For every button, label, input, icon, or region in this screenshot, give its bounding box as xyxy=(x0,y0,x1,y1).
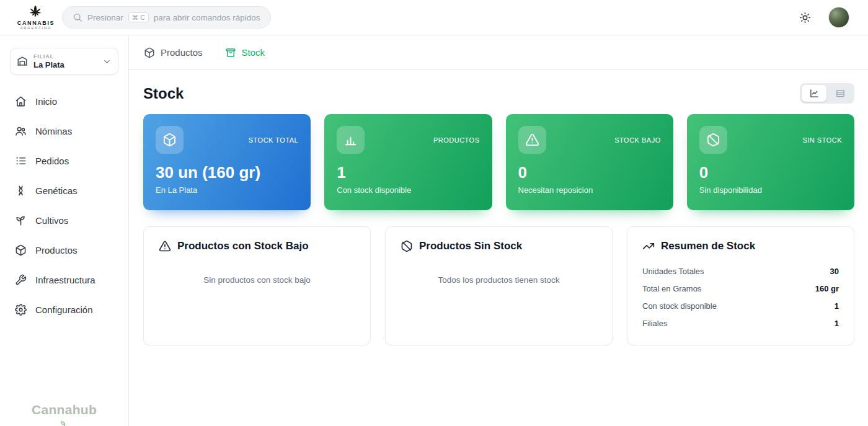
sidebar-item-label: Nóminas xyxy=(35,126,72,136)
sidebar-item-productos[interactable]: Productos xyxy=(10,235,118,265)
cannabis-leaf-icon xyxy=(29,5,43,20)
package-x-icon xyxy=(401,240,413,252)
stat-card-sin-stock: SIN STOCK 0 Sin disponibilidad xyxy=(687,114,854,210)
stat-card-stock-bajo: STOCK BAJO 0 Necesitan reposicion xyxy=(506,114,673,210)
users-icon xyxy=(15,125,27,137)
filial-selector[interactable]: FILIAL La Plata xyxy=(10,48,118,75)
home-icon xyxy=(15,95,27,107)
stat-value: 0 xyxy=(518,163,661,182)
summary-label: Total en Gramos xyxy=(642,284,701,293)
summary-label: Unidades Totales xyxy=(642,267,704,276)
stat-card-stock-total: STOCK TOTAL 30 un (160 gr) En La Plata xyxy=(143,114,311,210)
package-icon xyxy=(144,47,155,58)
panel-sin-stock: Productos Sin Stock Todos los productos … xyxy=(385,226,613,345)
search-suffix: para abrir comandos rápidos xyxy=(154,13,260,22)
sidebar-item-geneticas[interactable]: Genéticas xyxy=(10,175,118,205)
panel-title: Resumen de Stock xyxy=(661,240,755,252)
search-kbd: ⌘ C xyxy=(128,12,149,22)
alert-triangle-icon xyxy=(518,126,546,154)
package-icon xyxy=(156,126,184,154)
table-view-toggle[interactable] xyxy=(828,85,852,102)
stat-value: 0 xyxy=(699,163,842,182)
sidebar-item-label: Inicio xyxy=(35,96,57,107)
summary-value: 1 xyxy=(835,301,839,311)
sidebar-item-cultivos[interactable]: Cultivos xyxy=(10,205,118,235)
stat-subtitle: En La Plata xyxy=(156,185,298,195)
chart-view-toggle[interactable] xyxy=(802,85,826,102)
page-title: Stock xyxy=(143,85,184,102)
empty-state-message: Sin productos con stock bajo xyxy=(159,275,355,285)
tab-stock[interactable]: Stock xyxy=(225,47,265,58)
sidebar-item-inicio[interactable]: Inicio xyxy=(10,86,118,116)
panel-stock-bajo: Productos con Stock Bajo Sin productos c… xyxy=(143,226,371,345)
summary-value: 160 gr xyxy=(815,284,839,293)
filial-label: FILIAL xyxy=(33,53,64,60)
topbar: CANNABIS ARGENTINO Presionar ⌘ C para ab… xyxy=(0,0,868,35)
tab-label: Stock xyxy=(242,47,265,58)
logo-title: CANNABIS xyxy=(17,20,55,27)
sidebar-item-label: Configuración xyxy=(35,304,93,315)
summary-row: Total en Gramos 160 gr xyxy=(642,280,839,297)
stat-subtitle: Necesitan reposicion xyxy=(518,185,661,195)
search-prefix: Presionar xyxy=(87,13,123,22)
stat-card-productos: PRODUCTOS 1 Con stock disponible xyxy=(324,114,492,210)
topbar-actions xyxy=(799,7,849,28)
summary-rows: Unidades Totales 30 Total en Gramos 160 … xyxy=(642,262,839,332)
chevron-down-icon xyxy=(102,57,112,66)
command-search[interactable]: Presionar ⌘ C para abrir comandos rápido… xyxy=(62,6,271,29)
stat-label: STOCK BAJO xyxy=(614,136,660,144)
panel-resumen-stock: Resumen de Stock Unidades Totales 30 Tot… xyxy=(627,226,854,345)
summary-label: Filiales xyxy=(642,319,667,328)
package-icon xyxy=(15,244,27,256)
detail-panels: Productos con Stock Bajo Sin productos c… xyxy=(143,226,854,345)
tab-productos[interactable]: Productos xyxy=(144,47,203,58)
sidebar-item-infraestructura[interactable]: Infraestructura xyxy=(10,265,118,295)
building-icon xyxy=(17,56,28,67)
breadcrumb: Productos Stock xyxy=(129,35,868,70)
stat-label: PRODUCTOS xyxy=(433,136,480,144)
sidebar-item-pedidos[interactable]: Pedidos xyxy=(10,146,118,175)
sidebar: FILIAL La Plata Inicio Nóminas Pedidos xyxy=(0,35,129,426)
summary-value: 1 xyxy=(835,319,839,328)
sidebar-item-label: Productos xyxy=(35,245,78,255)
sidebar-item-label: Infraestructura xyxy=(35,275,95,285)
stat-subtitle: Con stock disponible xyxy=(337,185,479,195)
view-toggle-group xyxy=(800,83,854,104)
stat-cards: STOCK TOTAL 30 un (160 gr) En La Plata P… xyxy=(143,114,854,210)
gear-icon xyxy=(15,304,27,316)
stat-value: 1 xyxy=(337,163,479,182)
panel-title: Productos con Stock Bajo xyxy=(177,240,309,252)
theme-toggle-button[interactable] xyxy=(799,12,811,24)
empty-state-message: Todos los productos tienen stock xyxy=(401,275,597,285)
search-icon xyxy=(73,12,82,22)
logo-subtitle: ARGENTINO xyxy=(20,26,52,30)
stat-label: STOCK TOTAL xyxy=(249,136,299,144)
sidebar-item-label: Pedidos xyxy=(35,156,69,166)
alert-triangle-icon xyxy=(159,240,171,252)
wrench-icon xyxy=(15,274,27,286)
stat-label: SIN STOCK xyxy=(802,136,842,144)
summary-row: Unidades Totales 30 xyxy=(642,262,839,280)
summary-row: Filiales 1 xyxy=(642,314,839,332)
tab-label: Productos xyxy=(161,47,203,58)
stat-value: 30 un (160 gr) xyxy=(156,163,298,182)
sidebar-item-configuracion[interactable]: Configuración xyxy=(10,295,118,324)
summary-row: Con stock disponible 1 xyxy=(642,297,839,314)
archive-icon xyxy=(225,47,236,58)
package-x-icon xyxy=(699,126,727,154)
sidebar-nav: Inicio Nóminas Pedidos Genéticas Cultivo… xyxy=(10,86,118,324)
bar-chart-icon xyxy=(337,126,365,154)
sprout-icon xyxy=(15,215,27,226)
stat-subtitle: Sin disponibilidad xyxy=(699,185,842,195)
summary-value: 30 xyxy=(830,267,839,276)
main-content: Productos Stock Stock xyxy=(129,35,868,426)
sidebar-item-label: Cultivos xyxy=(35,215,68,226)
sidebar-item-nominas[interactable]: Nóminas xyxy=(10,116,118,146)
panel-title: Productos Sin Stock xyxy=(419,240,522,252)
avatar[interactable] xyxy=(828,7,849,28)
app-logo: CANNABIS ARGENTINO xyxy=(19,5,53,30)
sprout-icon xyxy=(60,419,69,426)
sidebar-item-label: Genéticas xyxy=(35,185,78,196)
summary-label: Con stock disponible xyxy=(642,301,717,311)
dna-icon xyxy=(15,185,27,197)
